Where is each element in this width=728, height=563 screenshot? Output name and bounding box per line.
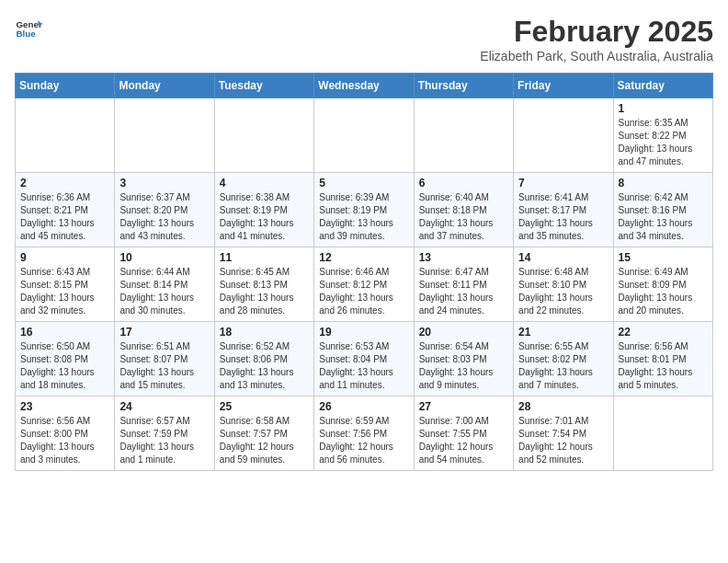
calendar-cell: 9Sunrise: 6:43 AM Sunset: 8:15 PM Daylig… xyxy=(16,247,115,322)
day-number: 17 xyxy=(119,326,209,339)
calendar-cell xyxy=(16,98,115,173)
calendar-cell: 21Sunrise: 6:55 AM Sunset: 8:02 PM Dayli… xyxy=(514,322,613,396)
day-info: Sunrise: 6:41 AM Sunset: 8:17 PM Dayligh… xyxy=(518,191,608,243)
day-number: 24 xyxy=(119,400,209,413)
day-info: Sunrise: 6:42 AM Sunset: 8:16 PM Dayligh… xyxy=(619,191,708,243)
day-info: Sunrise: 7:01 AM Sunset: 7:54 PM Dayligh… xyxy=(518,415,608,466)
day-number: 20 xyxy=(419,326,508,339)
day-number: 7 xyxy=(518,177,608,190)
calendar-cell xyxy=(115,98,214,173)
day-info: Sunrise: 6:35 AM Sunset: 8:22 PM Dayligh… xyxy=(619,117,708,168)
header-day-saturday: Saturday xyxy=(613,74,712,98)
day-info: Sunrise: 6:56 AM Sunset: 8:01 PM Dayligh… xyxy=(619,340,708,392)
calendar-cell: 27Sunrise: 7:00 AM Sunset: 7:55 PM Dayli… xyxy=(414,396,513,471)
day-info: Sunrise: 6:46 AM Sunset: 8:12 PM Dayligh… xyxy=(319,266,408,317)
calendar-cell: 17Sunrise: 6:51 AM Sunset: 8:07 PM Dayli… xyxy=(115,322,214,396)
day-number: 8 xyxy=(619,177,708,190)
week-row-3: 16Sunrise: 6:50 AM Sunset: 8:08 PM Dayli… xyxy=(16,322,713,396)
week-row-0: 1Sunrise: 6:35 AM Sunset: 8:22 PM Daylig… xyxy=(16,98,713,173)
week-row-2: 9Sunrise: 6:43 AM Sunset: 8:15 PM Daylig… xyxy=(16,247,713,322)
day-number: 12 xyxy=(319,251,408,264)
day-info: Sunrise: 6:47 AM Sunset: 8:11 PM Dayligh… xyxy=(419,266,508,317)
calendar-cell xyxy=(613,396,712,471)
day-number: 26 xyxy=(319,400,408,413)
day-info: Sunrise: 6:50 AM Sunset: 8:08 PM Dayligh… xyxy=(20,340,109,392)
day-info: Sunrise: 6:55 AM Sunset: 8:02 PM Dayligh… xyxy=(518,340,608,392)
day-number: 1 xyxy=(619,102,708,115)
calendar-cell: 28Sunrise: 7:01 AM Sunset: 7:54 PM Dayli… xyxy=(514,396,613,471)
day-info: Sunrise: 6:59 AM Sunset: 7:56 PM Dayligh… xyxy=(319,415,408,466)
day-info: Sunrise: 6:56 AM Sunset: 8:00 PM Dayligh… xyxy=(20,415,109,466)
logo-icon: General Blue xyxy=(15,15,42,42)
subtitle: Elizabeth Park, South Australia, Austral… xyxy=(480,49,713,63)
day-number: 15 xyxy=(619,251,708,264)
day-info: Sunrise: 6:45 AM Sunset: 8:13 PM Dayligh… xyxy=(220,266,309,317)
day-info: Sunrise: 6:57 AM Sunset: 7:59 PM Dayligh… xyxy=(119,415,209,466)
day-number: 11 xyxy=(220,251,309,264)
calendar-cell: 14Sunrise: 6:48 AM Sunset: 8:10 PM Dayli… xyxy=(514,247,613,322)
day-info: Sunrise: 6:36 AM Sunset: 8:21 PM Dayligh… xyxy=(20,191,109,243)
day-number: 21 xyxy=(518,326,608,339)
calendar-cell: 1Sunrise: 6:35 AM Sunset: 8:22 PM Daylig… xyxy=(613,98,712,173)
calendar-cell: 8Sunrise: 6:42 AM Sunset: 8:16 PM Daylig… xyxy=(613,173,712,247)
logo: General Blue xyxy=(15,15,42,42)
day-number: 6 xyxy=(419,177,508,190)
day-info: Sunrise: 6:37 AM Sunset: 8:20 PM Dayligh… xyxy=(119,191,209,243)
calendar-cell: 11Sunrise: 6:45 AM Sunset: 8:13 PM Dayli… xyxy=(214,247,313,322)
day-number: 23 xyxy=(20,400,109,413)
day-number: 5 xyxy=(319,177,408,190)
day-info: Sunrise: 6:48 AM Sunset: 8:10 PM Dayligh… xyxy=(518,266,608,317)
day-number: 28 xyxy=(518,400,608,413)
calendar-table: SundayMondayTuesdayWednesdayThursdayFrid… xyxy=(15,73,713,471)
calendar-cell: 4Sunrise: 6:38 AM Sunset: 8:19 PM Daylig… xyxy=(214,173,313,247)
day-number: 22 xyxy=(619,326,708,339)
calendar-cell xyxy=(514,98,613,173)
day-info: Sunrise: 6:53 AM Sunset: 8:04 PM Dayligh… xyxy=(319,340,408,392)
day-number: 18 xyxy=(220,326,309,339)
title-block: February 2025 Elizabeth Park, South Aust… xyxy=(480,15,713,63)
day-number: 25 xyxy=(220,400,309,413)
day-info: Sunrise: 6:40 AM Sunset: 8:18 PM Dayligh… xyxy=(419,191,508,243)
main-title: February 2025 xyxy=(480,15,713,49)
day-info: Sunrise: 6:52 AM Sunset: 8:06 PM Dayligh… xyxy=(220,340,309,392)
day-number: 10 xyxy=(119,251,209,264)
calendar-cell: 6Sunrise: 6:40 AM Sunset: 8:18 PM Daylig… xyxy=(414,173,513,247)
day-number: 13 xyxy=(419,251,508,264)
day-info: Sunrise: 6:54 AM Sunset: 8:03 PM Dayligh… xyxy=(419,340,508,392)
day-number: 14 xyxy=(518,251,608,264)
day-info: Sunrise: 6:49 AM Sunset: 8:09 PM Dayligh… xyxy=(619,266,708,317)
calendar-cell: 5Sunrise: 6:39 AM Sunset: 8:19 PM Daylig… xyxy=(314,173,414,247)
calendar-cell: 12Sunrise: 6:46 AM Sunset: 8:12 PM Dayli… xyxy=(314,247,414,322)
header-day-sunday: Sunday xyxy=(16,74,115,98)
day-number: 2 xyxy=(20,177,109,190)
header-day-friday: Friday xyxy=(514,74,613,98)
day-info: Sunrise: 6:58 AM Sunset: 7:57 PM Dayligh… xyxy=(220,415,309,466)
day-info: Sunrise: 7:00 AM Sunset: 7:55 PM Dayligh… xyxy=(419,415,508,466)
calendar-cell xyxy=(214,98,313,173)
day-number: 3 xyxy=(119,177,209,190)
day-info: Sunrise: 6:44 AM Sunset: 8:14 PM Dayligh… xyxy=(119,266,209,317)
day-info: Sunrise: 6:38 AM Sunset: 8:19 PM Dayligh… xyxy=(220,191,309,243)
day-number: 4 xyxy=(220,177,309,190)
day-info: Sunrise: 6:51 AM Sunset: 8:07 PM Dayligh… xyxy=(119,340,209,392)
calendar-cell xyxy=(414,98,513,173)
header-day-wednesday: Wednesday xyxy=(314,74,414,98)
calendar-header: SundayMondayTuesdayWednesdayThursdayFrid… xyxy=(16,74,713,98)
calendar-cell: 22Sunrise: 6:56 AM Sunset: 8:01 PM Dayli… xyxy=(613,322,712,396)
calendar-cell: 7Sunrise: 6:41 AM Sunset: 8:17 PM Daylig… xyxy=(514,173,613,247)
calendar-cell: 25Sunrise: 6:58 AM Sunset: 7:57 PM Dayli… xyxy=(214,396,313,471)
calendar-cell: 15Sunrise: 6:49 AM Sunset: 8:09 PM Dayli… xyxy=(613,247,712,322)
calendar-cell: 19Sunrise: 6:53 AM Sunset: 8:04 PM Dayli… xyxy=(314,322,414,396)
header-day-thursday: Thursday xyxy=(414,74,513,98)
calendar-cell: 18Sunrise: 6:52 AM Sunset: 8:06 PM Dayli… xyxy=(214,322,313,396)
day-number: 27 xyxy=(419,400,508,413)
calendar-cell: 13Sunrise: 6:47 AM Sunset: 8:11 PM Dayli… xyxy=(414,247,513,322)
calendar-cell: 10Sunrise: 6:44 AM Sunset: 8:14 PM Dayli… xyxy=(115,247,214,322)
day-number: 9 xyxy=(20,251,109,264)
day-info: Sunrise: 6:39 AM Sunset: 8:19 PM Dayligh… xyxy=(319,191,408,243)
day-info: Sunrise: 6:43 AM Sunset: 8:15 PM Dayligh… xyxy=(20,266,109,317)
header-day-tuesday: Tuesday xyxy=(214,74,313,98)
calendar-body: 1Sunrise: 6:35 AM Sunset: 8:22 PM Daylig… xyxy=(16,98,713,471)
calendar-cell: 20Sunrise: 6:54 AM Sunset: 8:03 PM Dayli… xyxy=(414,322,513,396)
calendar-cell xyxy=(314,98,414,173)
